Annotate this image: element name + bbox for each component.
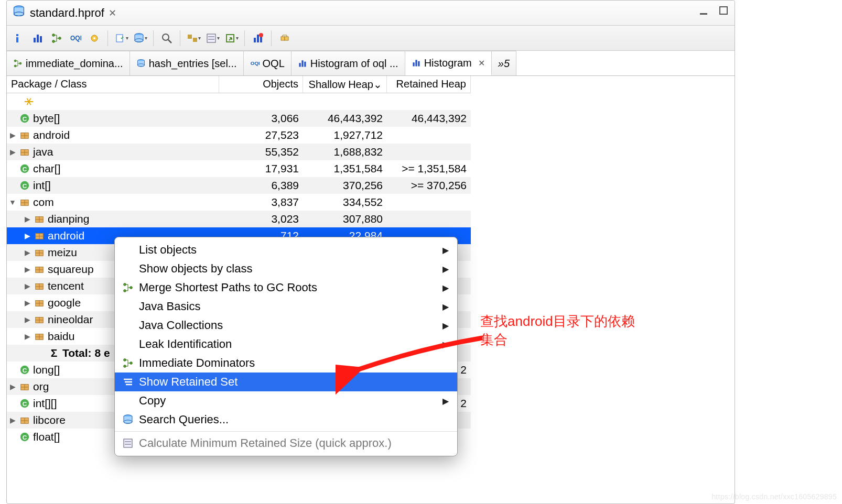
menu-label: Merge Shortest Paths to GC Roots <box>139 281 317 294</box>
submenu-arrow-icon: ▶ <box>442 339 449 349</box>
col-package-class[interactable]: Package / Class <box>7 76 219 93</box>
db-icon <box>122 414 134 425</box>
menu-item[interactable]: Show Retained Set <box>115 372 457 391</box>
class-icon <box>19 398 30 409</box>
col-shallow-heap[interactable]: Shallow Heap⌄ <box>303 76 387 93</box>
expand-icon[interactable]: ▶ <box>24 315 31 324</box>
calculator-button[interactable]: ▾ <box>204 30 220 46</box>
regex-filter-row[interactable] <box>7 93 471 110</box>
expand-icon[interactable]: ▶ <box>24 232 31 240</box>
table-row[interactable]: ▶dianping3,023307,880 <box>7 211 471 227</box>
table-row[interactable]: ▶android27,5231,927,712 <box>7 127 471 144</box>
menu-separator <box>115 431 457 432</box>
menu-item[interactable]: Copy▶ <box>115 391 457 410</box>
expand-icon[interactable]: ▶ <box>9 382 16 391</box>
tab-label: hash_entries [sel... <box>149 58 237 70</box>
tab-3[interactable]: Histogram of oql ... <box>292 51 405 75</box>
toolbar-separator <box>244 30 245 46</box>
find-button[interactable] <box>159 30 175 46</box>
thread-overview-button[interactable] <box>87 30 102 46</box>
export-button[interactable]: ▾ <box>223 30 239 46</box>
svg-rect-35 <box>720 7 727 14</box>
package-icon <box>19 415 30 425</box>
package-icon <box>34 331 45 342</box>
menu-item[interactable]: Calculate Minimum Retained Size (quick a… <box>115 434 457 453</box>
menu-item[interactable]: Merge Shortest Paths to GC Roots▶ <box>115 278 457 297</box>
histogram-button[interactable] <box>30 30 46 46</box>
tree-icon <box>122 282 134 293</box>
submenu-arrow-icon: ▶ <box>442 321 449 331</box>
expand-icon[interactable]: ▶ <box>24 282 31 290</box>
expand-icon[interactable]: ▶ <box>24 332 31 341</box>
svg-rect-37 <box>188 35 192 39</box>
expand-icon[interactable]: ▶ <box>9 416 16 424</box>
maximize-button[interactable] <box>719 6 729 16</box>
oql-button[interactable] <box>68 30 83 46</box>
menu-item[interactable]: List objects▶ <box>115 240 457 259</box>
group-button[interactable]: ▾ <box>186 30 201 46</box>
menu-label: Leak Identification <box>139 337 232 351</box>
menu-item[interactable]: Java Collections▶ <box>115 316 457 335</box>
table-row[interactable]: int[]6,389370,256>= 370,256 <box>7 177 471 194</box>
tab-label: immediate_domina... <box>26 58 123 70</box>
query-browser-button[interactable]: ▾ <box>132 30 148 46</box>
menu-label: Show Retained Set <box>139 375 238 389</box>
compare-button[interactable] <box>250 30 266 46</box>
menu-label: List objects <box>139 243 197 257</box>
tab-1[interactable]: hash_entries [sel... <box>130 51 244 75</box>
package-icon <box>34 298 45 308</box>
menu-label: Java Basics <box>139 300 200 313</box>
expand-icon[interactable]: ▶ <box>24 248 31 257</box>
overview-button[interactable] <box>11 30 27 46</box>
pin-button[interactable] <box>277 30 293 46</box>
package-icon <box>34 264 45 275</box>
menu-item[interactable]: Search Queries... <box>115 410 457 429</box>
col-retained-heap[interactable]: Retained Heap <box>387 76 471 93</box>
tab-4[interactable]: Histogram✕ <box>405 51 492 75</box>
run-report-button[interactable]: ▾ <box>113 30 129 46</box>
class-icon <box>19 163 30 174</box>
table-row[interactable]: ▼com3,837334,552 <box>7 194 471 211</box>
minimize-button[interactable] <box>699 6 709 16</box>
tab-label: Histogram of oql ... <box>310 58 398 70</box>
tab-2[interactable]: OQL <box>244 51 292 75</box>
table-row[interactable]: char[]17,9311,351,584>= 1,351,584 <box>7 160 471 177</box>
expand-icon[interactable]: ▶ <box>24 265 31 273</box>
svg-rect-34 <box>700 13 707 15</box>
menu-label: Java Collections <box>139 319 223 332</box>
menu-item[interactable]: Java Basics▶ <box>115 297 457 316</box>
menu-item[interactable]: Immediate Dominators <box>115 354 457 372</box>
tabs-overflow[interactable]: »5 <box>492 51 516 75</box>
tab-close-icon[interactable]: ✕ <box>109 7 116 19</box>
toolbar-separator <box>107 30 108 46</box>
table-row[interactable]: byte[]3,06646,443,39246,443,392 <box>7 110 471 127</box>
menu-item[interactable]: Leak Identification▶ <box>115 335 457 354</box>
table-row[interactable]: ▶java55,3521,688,832 <box>7 144 471 160</box>
package-icon <box>34 214 45 224</box>
tree-icon <box>13 59 23 68</box>
class-icon <box>19 180 30 191</box>
tab-0[interactable]: immediate_domina... <box>7 51 130 75</box>
submenu-arrow-icon: ▶ <box>442 283 449 293</box>
hist-icon <box>412 58 421 68</box>
dominator-tree-button[interactable] <box>49 30 64 46</box>
result-tabs: immediate_domina...hash_entries [sel...O… <box>7 51 735 76</box>
expand-icon[interactable]: ▶ <box>9 131 16 139</box>
svg-rect-38 <box>193 38 197 42</box>
expand-icon[interactable]: ▶ <box>24 215 31 223</box>
expand-icon[interactable]: ▼ <box>9 198 16 206</box>
class-icon <box>19 365 30 375</box>
svg-rect-40 <box>281 37 285 40</box>
package-icon <box>34 231 45 241</box>
expand-icon[interactable]: ▶ <box>9 148 16 156</box>
col-objects[interactable]: Objects <box>219 76 303 93</box>
toolbar: ▾ ▾ ▾ ▾ ▾ <box>7 26 735 51</box>
tab-close-icon[interactable]: ✕ <box>478 58 485 68</box>
regex-icon <box>24 96 34 107</box>
menu-label: Show objects by class <box>139 262 252 276</box>
menu-item[interactable]: Show objects by class▶ <box>115 259 457 278</box>
window-title: standard.hprof <box>30 6 104 20</box>
expand-icon[interactable]: ▶ <box>24 299 31 307</box>
hist-icon <box>298 59 307 68</box>
toolbar-separator <box>180 30 180 46</box>
